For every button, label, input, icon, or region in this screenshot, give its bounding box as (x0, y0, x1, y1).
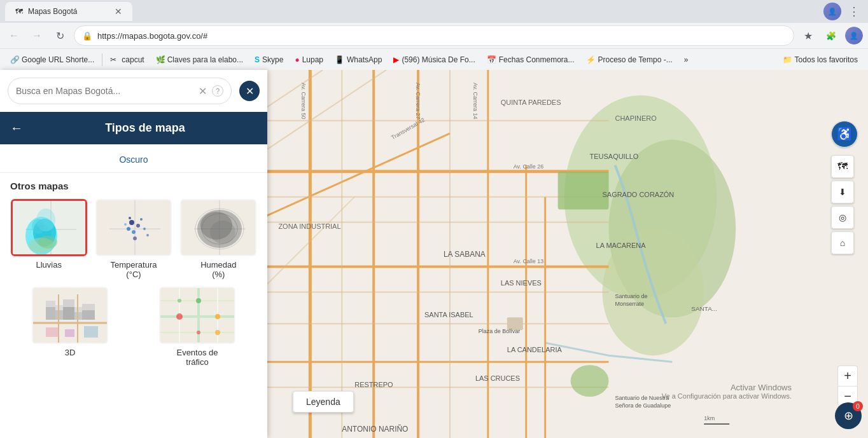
bookmark-label-capcut: capcut (122, 55, 144, 64)
map-item-temperatura[interactable]: Temperatura(°C) (95, 199, 172, 279)
svg-point-118 (197, 331, 200, 334)
svg-text:Av. Calle 13: Av. Calle 13 (514, 258, 544, 264)
browser-title-bar: 🗺 Mapas Bogotá ✕ 👤 ⋮ (0, 0, 868, 23)
zoom-in-btn[interactable]: + (837, 366, 858, 386)
bookmark-favicon-capcut: ✂ (110, 55, 119, 64)
panel-content: Oscuro Otros mapas (0, 144, 267, 438)
back-button[interactable]: ← (5, 27, 23, 44)
layers-btn[interactable]: ⊕ 0 (835, 402, 862, 429)
leyenda-button[interactable]: Leyenda (293, 391, 354, 413)
address-bar[interactable]: 🔒 https://mapas.bogota.gov.co/# (74, 25, 794, 46)
map-thumbnail-lluvias (11, 199, 87, 256)
bookmark-item-musica[interactable]: ▶ (596) Música De Fo... (388, 53, 480, 67)
close-icon: ✕ (246, 85, 254, 97)
forward-button[interactable]: → (28, 27, 46, 44)
bookmarks-more-btn[interactable]: » (679, 53, 694, 67)
accessibility-btn[interactable]: ♿ (831, 121, 858, 147)
svg-point-77 (132, 230, 136, 234)
svg-text:CHAPINERO: CHAPINERO (615, 114, 657, 122)
svg-text:SANTA...: SANTA... (691, 305, 717, 312)
bookmark-label-google: Google URL Shorte... (22, 55, 94, 64)
favorites-label: Todos los favoritos (795, 55, 858, 64)
map-item-humedad[interactable]: Humedad(%) (180, 199, 257, 279)
svg-rect-93 (46, 301, 55, 307)
nav-bar: ← → ↻ 🔒 https://mapas.bogota.gov.co/# ★ … (0, 23, 868, 48)
svg-text:Av. Calle 26: Av. Calle 26 (514, 163, 544, 170)
layers-icon-wrap: ⊕ 0 (835, 402, 862, 429)
svg-text:Plaza de Bolívar: Plaza de Bolívar (479, 328, 520, 334)
svg-text:Señora de Guadalupe: Señora de Guadalupe (615, 402, 671, 409)
bookmark-item-google[interactable]: 🔗 Google URL Shorte... (5, 53, 99, 67)
search-clear-icon[interactable]: ✕ (199, 85, 207, 97)
svg-point-79 (143, 228, 146, 230)
map-thumbnail-eventos (159, 287, 235, 344)
svg-point-73 (129, 220, 134, 225)
svg-point-78 (124, 223, 127, 226)
svg-text:1km: 1km (704, 415, 715, 421)
zoom-controls: + − (837, 366, 858, 406)
bookmark-star-btn[interactable]: ★ (799, 27, 817, 44)
svg-rect-100 (82, 310, 95, 320)
home-btn[interactable]: ⌂ (831, 231, 854, 254)
svg-rect-105 (46, 327, 59, 337)
download-btn[interactable]: ⬇ (831, 181, 854, 203)
map-controls-right: ♿ 🗺 ⬇ ◎ ⌂ (831, 121, 858, 254)
extension-btn[interactable]: 🧩 (822, 27, 840, 44)
svg-point-116 (196, 298, 201, 303)
bookmark-favicon-musica: ▶ (393, 55, 399, 64)
bookmark-favicon-lupap: ● (295, 55, 299, 64)
home-icon: ⌂ (840, 238, 845, 248)
svg-text:Santuario de Nuestra: Santuario de Nuestra (615, 395, 669, 401)
otros-mapas-title: Otros mapas (10, 181, 257, 191)
map-item-3d[interactable]: 3D (10, 287, 130, 367)
svg-point-29 (571, 365, 609, 397)
bookmark-favicon-fechas: 📅 (487, 55, 496, 64)
avatar-profile[interactable]: 👤 (823, 3, 841, 20)
bookmark-label-proceso: Proceso de Tempo -... (598, 55, 673, 64)
bookmark-item-skype[interactable]: S Skype (249, 53, 288, 67)
map-item-lluvias[interactable]: Lluvias (10, 199, 87, 279)
svg-text:RESTREPO: RESTREPO (354, 381, 393, 388)
bookmark-item-whatsapp[interactable]: 📱 WhatsApp (330, 53, 387, 67)
svg-text:LA MACARENA: LA MACARENA (596, 242, 647, 249)
browser-tab[interactable]: 🗺 Mapas Bogotá ✕ (5, 2, 132, 21)
svg-text:QUINTA PAREDES: QUINTA PAREDES (501, 99, 561, 106)
profile-btn[interactable]: 👤 (845, 27, 863, 44)
bookmark-item-lupap[interactable]: ● Lupap (290, 53, 328, 67)
svg-text:ZONA INDUSTRIAL: ZONA INDUSTRIAL (278, 222, 340, 230)
svg-text:Av. Carrera 50: Av. Carrera 50 (300, 83, 307, 120)
reload-button[interactable]: ↻ (51, 27, 69, 44)
tab-close-icon[interactable]: ✕ (115, 6, 122, 17)
back-btn[interactable]: ← (10, 121, 23, 135)
map-types-title: Tipos de mapa (33, 121, 257, 135)
oscuro-label[interactable]: Oscuro (0, 149, 267, 167)
map-item-eventos[interactable]: Eventos detráfico (137, 287, 257, 367)
search-close-btn[interactable]: ✕ (239, 81, 260, 101)
map-view-btn[interactable]: 🗺 (831, 155, 854, 178)
search-input[interactable] (16, 86, 193, 96)
svg-text:Av. Carrera 14: Av. Carrera 14 (472, 83, 479, 120)
bookmark-item-fechas[interactable]: 📅 Fechas Conmemora... (482, 53, 580, 67)
bookmark-label-claves: Claves para la elabo... (167, 55, 243, 64)
bookmark-item-claves[interactable]: 🌿 Claves para la elabo... (151, 53, 248, 67)
browser-menu-btn[interactable]: ⋮ (845, 3, 863, 20)
svg-rect-70 (97, 200, 172, 256)
favorites-folder[interactable]: 📁 Todos los favoritos (778, 53, 863, 67)
svg-point-119 (178, 299, 181, 303)
main-content: PUENTE ARANDA QUINTA PAREDES CHAPINERO T… (0, 70, 868, 438)
bookmark-label-musica: (596) Música De Fo... (402, 55, 475, 64)
bookmark-label-lupap: Lupap (302, 55, 323, 64)
search-help-icon[interactable]: ? (212, 85, 223, 97)
browser-chrome: 🗺 Mapas Bogotá ✕ 👤 ⋮ ← → ↻ 🔒 https://map… (0, 0, 868, 70)
svg-point-81 (129, 217, 131, 219)
search-input-wrap: ✕ ? (8, 78, 232, 104)
svg-rect-101 (82, 304, 95, 310)
tab-favicon: 🗺 (15, 7, 23, 16)
svg-text:Monserrate: Monserrate (615, 301, 644, 307)
svg-point-74 (136, 224, 140, 228)
bookmark-favicon-google: 🔗 (10, 55, 19, 64)
map-thumbnail-3d (32, 287, 108, 344)
bookmark-item-proceso[interactable]: ⚡ Proceso de Tempo -... (581, 53, 678, 67)
bookmark-item-capcut[interactable]: ✂ capcut (105, 53, 149, 67)
location-btn[interactable]: ◎ (831, 206, 854, 229)
